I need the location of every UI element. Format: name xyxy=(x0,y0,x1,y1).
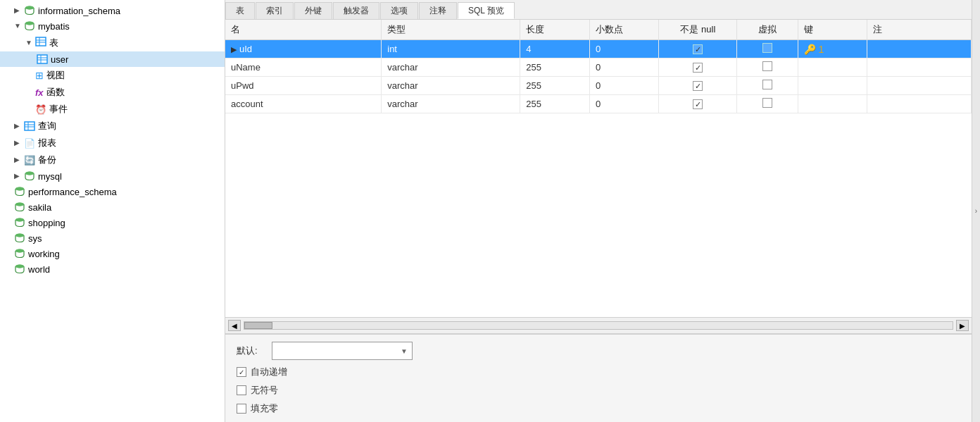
tab-chufaqi[interactable]: 触发器 xyxy=(333,2,379,19)
sidebar-item-mysql[interactable]: ▶ mysql xyxy=(0,168,225,184)
user-table-icon xyxy=(37,54,48,65)
scroll-track[interactable] xyxy=(244,321,953,330)
notnull-checkbox[interactable] xyxy=(693,63,703,73)
sidebar-item-report-folder[interactable]: ▶ 📄 报表 xyxy=(0,135,225,151)
notnull-checkbox[interactable] xyxy=(693,44,703,54)
event-icon: ⏰ xyxy=(35,104,46,115)
svg-rect-4 xyxy=(36,37,46,46)
tab-bar: 表 索引 外键 触发器 选项 注释 SQL 预览 xyxy=(225,0,972,20)
scroll-right-button[interactable]: ▶ xyxy=(956,320,969,331)
tab-biao[interactable]: 表 xyxy=(225,2,255,19)
default-select[interactable]: ▼ xyxy=(272,342,413,360)
sidebar-item-perf-schema[interactable]: performance_schema xyxy=(0,184,225,199)
sidebar-item-mybatis[interactable]: ▼ mybatis xyxy=(0,18,225,34)
notnull-checkbox[interactable] xyxy=(693,81,703,91)
func-icon: fx xyxy=(35,87,44,98)
table-row[interactable]: uNamevarchar2550 xyxy=(225,58,972,77)
cell-comment xyxy=(867,95,972,113)
cell-name: uPwd xyxy=(225,77,382,95)
svg-rect-8 xyxy=(37,55,47,63)
chevron-right-report: ▶ xyxy=(14,139,23,147)
right-collapse-handle[interactable]: › xyxy=(972,0,980,422)
query-icon xyxy=(24,120,35,132)
unsigned-checkbox[interactable] xyxy=(237,385,246,395)
sidebar-item-label: mysql xyxy=(38,171,62,182)
virtual-checkbox[interactable] xyxy=(762,61,772,71)
db-icon-shopping xyxy=(14,217,25,228)
sidebar-item-world[interactable]: world xyxy=(0,261,225,277)
cell-type: varchar xyxy=(382,77,520,95)
sidebar-item-sakila[interactable]: sakila xyxy=(0,199,225,215)
sidebar-item-shopping[interactable]: shopping xyxy=(0,215,225,230)
horizontal-scrollbar[interactable]: ◀ ▶ xyxy=(225,317,972,334)
tab-suoyin[interactable]: 索引 xyxy=(256,2,294,19)
svg-point-21 xyxy=(15,203,24,206)
sidebar-item-user-table[interactable]: user xyxy=(0,51,225,67)
scroll-thumb[interactable] xyxy=(244,322,272,329)
sidebar-item-sys[interactable]: sys xyxy=(0,230,225,246)
virtual-checkbox[interactable] xyxy=(762,98,772,108)
auto-increment-checkbox[interactable] xyxy=(237,367,246,377)
tab-waijian[interactable]: 外键 xyxy=(294,2,332,19)
sidebar-item-views-folder[interactable]: ⊞ 视图 xyxy=(0,67,225,84)
cell-notnull[interactable] xyxy=(659,77,737,95)
sidebar-item-label: shopping xyxy=(28,218,65,228)
report-icon: 📄 xyxy=(24,138,35,149)
zerofill-checkbox[interactable] xyxy=(237,404,246,414)
tab-sql[interactable]: SQL 预览 xyxy=(458,2,515,19)
sidebar-item-information-schema[interactable]: ▶ information_schema xyxy=(0,3,225,18)
sidebar-item-query-folder[interactable]: ▶ 查询 xyxy=(0,118,225,135)
main-area: 表 索引 外键 触发器 选项 注释 SQL 预览 名 xyxy=(225,0,972,422)
virtual-checkbox[interactable] xyxy=(762,43,772,53)
db-icon-sakila xyxy=(14,201,25,213)
sidebar-item-backup-folder[interactable]: ▶ 🔄 备份 xyxy=(0,151,225,168)
tab-xuanxiang[interactable]: 选项 xyxy=(380,2,418,19)
scroll-left-button[interactable]: ◀ xyxy=(228,320,241,331)
db-icon-perf xyxy=(14,186,25,197)
svg-point-3 xyxy=(25,22,34,25)
sidebar-item-label: 报表 xyxy=(38,137,56,149)
cell-key xyxy=(798,95,867,113)
cell-name: uName xyxy=(225,58,382,77)
sidebar-item-label: mybatis xyxy=(38,21,70,32)
cell-decimal: 0 xyxy=(589,58,659,77)
field-table: 名 类型 长度 小数点 不是 null 虚拟 xyxy=(225,20,972,317)
zerofill-row[interactable]: 填充零 xyxy=(237,402,960,415)
auto-increment-label: 自动递增 xyxy=(251,366,287,378)
chevron-right-icon: ▶ xyxy=(14,6,23,15)
virtual-checkbox[interactable] xyxy=(762,80,772,89)
svg-point-1 xyxy=(25,6,34,10)
svg-point-23 xyxy=(15,218,24,222)
cell-virtual[interactable] xyxy=(737,77,798,95)
sidebar-item-label: sakila xyxy=(28,202,51,213)
table-row[interactable]: uPwdvarchar2550 xyxy=(225,77,972,95)
auto-increment-row[interactable]: 自动递增 xyxy=(237,366,960,378)
tab-zhushi[interactable]: 注释 xyxy=(419,2,457,19)
table-icon-svg xyxy=(35,36,46,47)
cell-notnull[interactable] xyxy=(659,95,737,113)
sidebar-item-working[interactable]: working xyxy=(0,246,225,261)
cell-notnull[interactable] xyxy=(659,40,737,58)
cell-virtual[interactable] xyxy=(737,40,798,58)
col-header-type: 类型 xyxy=(382,20,520,40)
table-row[interactable]: accountvarchar2550 xyxy=(225,95,972,113)
cell-length: 4 xyxy=(520,40,590,58)
cell-virtual[interactable] xyxy=(737,95,798,113)
chevron-down-icon: ▼ xyxy=(14,22,23,30)
table-row[interactable]: ▶ uIdint40🔑 1 xyxy=(225,40,972,58)
cell-key xyxy=(798,77,867,95)
svg-point-27 xyxy=(15,249,24,253)
sidebar-item-events-folder[interactable]: ⏰ 事件 xyxy=(0,101,225,118)
db-icon xyxy=(24,5,35,16)
cell-key xyxy=(798,58,867,77)
sidebar-item-label: sys xyxy=(28,233,42,244)
sidebar-item-functions-folder[interactable]: fx 函数 xyxy=(0,84,225,101)
sidebar-item-tables-folder[interactable]: ▼ 表 xyxy=(0,34,225,51)
cell-type: int xyxy=(382,40,520,58)
unsigned-row[interactable]: 无符号 xyxy=(237,384,960,397)
cell-name: ▶ uId xyxy=(225,40,382,58)
svg-rect-12 xyxy=(25,122,34,130)
notnull-checkbox[interactable] xyxy=(693,99,703,109)
cell-notnull[interactable] xyxy=(659,58,737,77)
cell-virtual[interactable] xyxy=(737,58,798,77)
